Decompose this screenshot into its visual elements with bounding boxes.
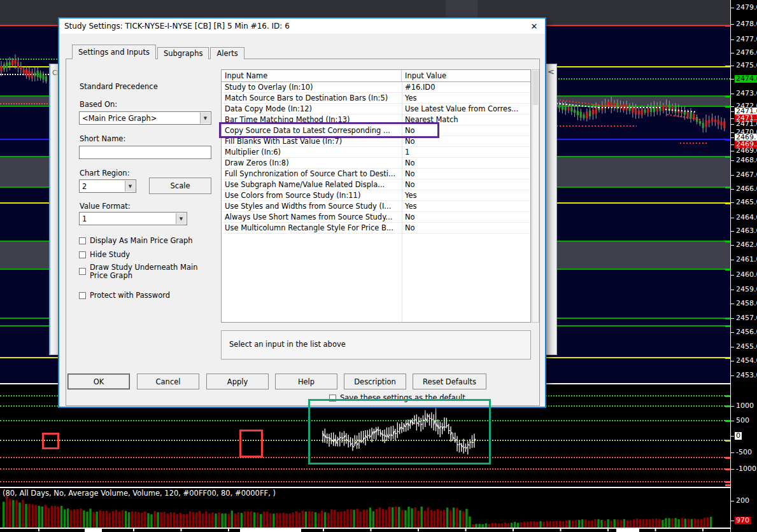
price-scale-label: 2479.00 bbox=[731, 4, 757, 11]
value-format-value: 1 bbox=[82, 214, 87, 223]
collapse-chevron-icon[interactable]: < bbox=[548, 67, 555, 76]
price-scale-label: 2455.00 bbox=[731, 343, 757, 351]
dialog-button[interactable]: Cancel bbox=[137, 374, 199, 389]
table-row[interactable]: Full Synchronization of Source Chart to … bbox=[222, 169, 530, 179]
input-value-cell: Yes bbox=[402, 191, 530, 200]
settings-checkbox-row[interactable]: Display As Main Price Graph bbox=[79, 237, 193, 245]
input-value-cell: No bbox=[402, 180, 530, 189]
price-scale-label: 2459.00 bbox=[731, 286, 757, 293]
price-scale-label: 1000 bbox=[731, 402, 755, 410]
input-value-cell: No bbox=[402, 126, 530, 135]
scale-tick-icon bbox=[731, 332, 734, 333]
price-scale-label: 2478.00 bbox=[731, 20, 757, 28]
short-name-input[interactable] bbox=[79, 146, 211, 159]
price-scale-label: 2454.00 bbox=[731, 357, 757, 365]
column-header-input-name[interactable]: Input Name bbox=[222, 70, 402, 81]
input-name-cell: Use Colors from Source Study (In:11) bbox=[222, 191, 402, 200]
scale-tick-icon bbox=[731, 94, 734, 94]
price-scale-label: 2476.00 bbox=[731, 49, 757, 57]
highlight-box-bar-2 bbox=[239, 430, 263, 458]
input-name-cell: Use Subgraph Name/Value Related Displa..… bbox=[222, 180, 402, 189]
scale-edge-tick bbox=[725, 468, 730, 470]
highlight-box-tick-chart bbox=[308, 399, 491, 465]
table-row[interactable]: Match Source Bars to Destination Bars (I… bbox=[222, 93, 530, 104]
column-header-input-value[interactable]: Input Value bbox=[402, 71, 530, 80]
chart-region-select[interactable]: 2 ▼ bbox=[79, 179, 136, 193]
input-value-cell: Use Latest Value from Corres... bbox=[402, 104, 530, 113]
table-row[interactable]: Copy Source Data to Latest Corresponding… bbox=[222, 125, 530, 136]
chevron-down-icon[interactable]: ▼ bbox=[200, 113, 210, 123]
price-scale-label: 2461.00 bbox=[731, 256, 757, 263]
price-scale-label: 2458.00 bbox=[731, 300, 757, 307]
input-name-cell: Fill Blanks With Last Value (In:7) bbox=[222, 137, 402, 146]
dialog-button[interactable]: OK bbox=[67, 374, 130, 389]
input-name-cell: Full Synchronization of Source Chart to … bbox=[222, 169, 402, 178]
scale-tick-icon bbox=[731, 421, 734, 421]
price-scale-label: 2469.00 bbox=[731, 147, 757, 155]
based-on-select[interactable]: <Main Price Graph> ▼ bbox=[79, 111, 211, 125]
price-scale-label: 200 bbox=[731, 497, 751, 505]
table-scrollbar[interactable] bbox=[532, 69, 539, 323]
checkbox-icon[interactable] bbox=[79, 268, 86, 275]
scale-tick-icon bbox=[731, 275, 734, 276]
price-scale[interactable]: 2479.00 2478.00 2477.00 2476.00 2475.00 bbox=[730, 0, 757, 532]
table-row[interactable]: Draw Zeros (In:8) No bbox=[222, 158, 530, 169]
dialog-title-bar[interactable]: Study Settings: TICK-NYSE-I-NYSE [CB] [R… bbox=[59, 18, 545, 34]
table-row[interactable]: Bar Time Matching Method (In:13) Nearest… bbox=[222, 115, 530, 125]
price-scale-label: 2473.00 bbox=[731, 90, 757, 97]
table-row[interactable]: Use Styles and Widths from Source Study … bbox=[222, 201, 530, 212]
input-name-cell: Use Styles and Widths from Source Study … bbox=[222, 202, 402, 211]
scale-tick-icon bbox=[731, 151, 734, 151]
dialog-button[interactable]: Help bbox=[275, 374, 337, 389]
price-scale-label: 2466.00 bbox=[731, 185, 757, 193]
table-row[interactable]: Multiplier (In:6) 1 bbox=[222, 147, 530, 158]
input-name-cell: Always Use Short Names from Source Study… bbox=[222, 213, 402, 221]
scale-tick-icon bbox=[731, 290, 734, 290]
price-scale-label: 2456.00 bbox=[731, 328, 757, 336]
table-row[interactable]: Use Subgraph Name/Value Related Displa..… bbox=[222, 179, 530, 190]
price-scale-label: 2475.00 bbox=[731, 62, 757, 69]
table-row[interactable]: Use Multicolumn Rectangle Style For Pric… bbox=[222, 223, 530, 234]
table-row[interactable]: Fill Blanks With Last Value (In:7) No bbox=[222, 136, 530, 147]
scale-tick-icon bbox=[731, 160, 734, 161]
checkbox-icon[interactable] bbox=[79, 237, 86, 244]
input-value-cell: No bbox=[402, 158, 530, 167]
input-name-cell: Copy Source Data to Latest Corresponding… bbox=[222, 126, 402, 135]
table-row[interactable]: Always Use Short Names from Source Study… bbox=[222, 212, 530, 223]
price-scale-label: 2457.00 bbox=[731, 314, 757, 322]
scale-tick-icon bbox=[731, 304, 734, 304]
scale-tick-icon bbox=[731, 375, 734, 376]
scale-tick-icon bbox=[731, 24, 734, 25]
dialog-button[interactable]: Description bbox=[344, 374, 406, 389]
dialog-tab[interactable]: Subgraphs bbox=[157, 47, 209, 59]
scrollbar-thumb[interactable] bbox=[533, 71, 538, 105]
chevron-down-icon[interactable]: ▼ bbox=[176, 213, 186, 224]
checkbox-icon[interactable] bbox=[79, 292, 86, 299]
dialog-tab[interactable]: Alerts bbox=[210, 47, 244, 59]
settings-checkbox-row[interactable]: Draw Study Underneath Main Price Graph bbox=[79, 263, 198, 279]
table-row[interactable]: Use Colors from Source Study (In:11) Yes bbox=[222, 190, 530, 201]
checkbox-icon[interactable] bbox=[79, 251, 86, 258]
dialog-tab[interactable]: Settings and Inputs bbox=[72, 45, 156, 59]
chart-line bbox=[0, 440, 730, 441]
settings-checkbox-row[interactable]: Protect with Password bbox=[79, 291, 170, 300]
value-format-select[interactable]: 1 ▼ bbox=[79, 212, 187, 225]
dialog-button[interactable]: Reset Defaults bbox=[413, 374, 486, 389]
close-icon[interactable]: ✕ bbox=[523, 18, 545, 34]
study-settings-dialog: Study Settings: TICK-NYSE-I-NYSE [CB] [R… bbox=[58, 17, 546, 408]
scale-tick-icon bbox=[731, 132, 734, 133]
inputs-table-header: Input Name Input Value bbox=[222, 70, 530, 82]
scale-button[interactable]: Scale bbox=[149, 178, 211, 194]
table-row[interactable]: Study to Overlay (In:10) #16.ID0 bbox=[222, 82, 530, 93]
checkbox-icon[interactable] bbox=[329, 395, 336, 402]
chevron-down-icon[interactable]: ▼ bbox=[125, 181, 135, 192]
dialog-tabs: Settings and Inputs Subgraphs Alerts bbox=[72, 45, 246, 59]
based-on-label: Based On: bbox=[80, 100, 117, 109]
settings-checkbox-row[interactable]: Hide Study bbox=[79, 251, 130, 259]
save-default-row[interactable]: Save these settings as the default bbox=[329, 393, 465, 402]
price-scale-label: 2477.00 bbox=[731, 36, 757, 43]
dialog-button[interactable]: Apply bbox=[206, 374, 269, 389]
value-format-label: Value Format: bbox=[80, 202, 131, 211]
short-name-label: Short Name: bbox=[80, 134, 125, 143]
table-row[interactable]: Data Copy Mode (In:12) Use Latest Value … bbox=[222, 104, 530, 115]
